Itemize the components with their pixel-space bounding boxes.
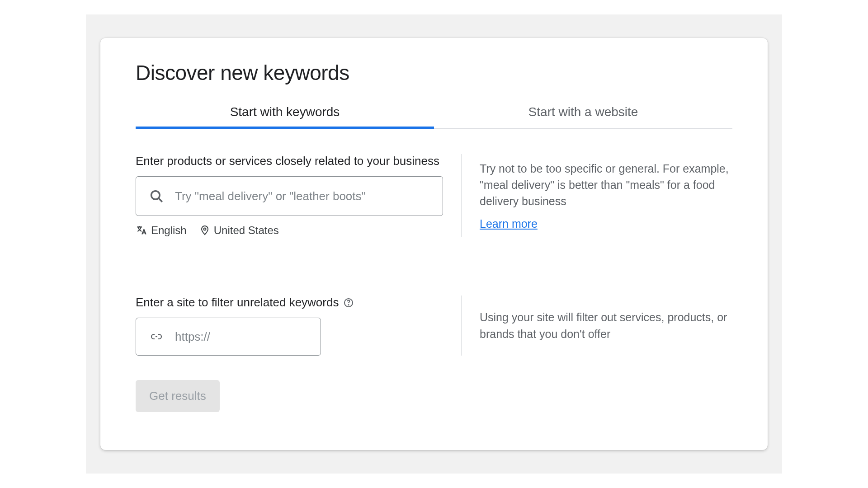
tab-start-with-keywords[interactable]: Start with keywords [136,98,434,128]
page-title: Discover new keywords [136,61,732,85]
svg-line-1 [159,198,162,202]
site-hint-text: Using your site will filter out services… [480,309,732,342]
tab-start-with-website[interactable]: Start with a website [434,98,732,128]
site-filter-label: Enter a site to filter unrelated keyword… [136,296,443,310]
language-value: English [151,224,187,237]
link-icon [149,331,164,342]
products-services-label: Enter products or services closely relat… [136,154,443,168]
language-selector[interactable]: English [136,224,187,237]
keyword-input[interactable] [175,189,430,203]
help-icon[interactable] [343,297,354,308]
keyword-planner-card: Discover new keywords Start with keyword… [100,38,768,450]
site-input-box[interactable] [136,318,321,356]
translate-icon [136,225,147,236]
keyword-hint-text: Try not to be too specific or general. F… [480,160,732,210]
svg-point-4 [349,304,349,305]
svg-point-2 [203,228,206,230]
tab-label: Start with keywords [230,105,340,119]
keyword-input-box[interactable] [136,176,443,216]
location-selector[interactable]: United States [199,224,279,237]
site-input[interactable] [175,330,308,344]
tab-label: Start with a website [528,105,638,119]
tabs: Start with keywords Start with a website [136,98,732,129]
learn-more-link[interactable]: Learn more [480,217,732,230]
search-icon [149,188,164,204]
location-icon [199,224,210,237]
svg-point-0 [151,191,160,199]
location-value: United States [214,224,279,237]
get-results-button[interactable]: Get results [136,380,220,412]
